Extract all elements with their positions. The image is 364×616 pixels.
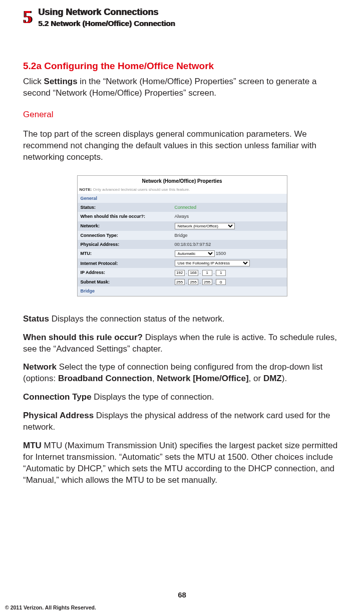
- properties-note: NOTE: Only advanced technical users shou…: [78, 186, 287, 194]
- def-status: Status Displays the connection status of…: [23, 314, 341, 325]
- ipaddr-value-cell: . . .: [172, 268, 287, 277]
- chapter-title: Using Network Connections: [38, 6, 175, 18]
- properties-panel: Network (Home/Office) Properties NOTE: O…: [77, 175, 287, 296]
- def-status-desc: Displays the connection status of the ne…: [49, 314, 225, 324]
- properties-title: Network (Home/Office) Properties: [78, 176, 287, 187]
- row-status: Status: Connected: [78, 203, 287, 212]
- def-network-term: Network: [23, 362, 57, 372]
- ip-octet-4[interactable]: [216, 270, 226, 276]
- phys-value: 00:18:01:b7:97:52: [172, 240, 287, 249]
- general-text: The top part of the screen displays gene…: [23, 129, 341, 163]
- conn-value: Bridge: [172, 231, 287, 240]
- properties-figure: Network (Home/Office) Properties NOTE: O…: [23, 175, 341, 296]
- section-bridge-label: Bridge: [78, 286, 287, 295]
- def-mtu-desc: MTU (Maximum Transmission Unit) specifie…: [23, 441, 337, 485]
- def-network-d3: , or: [249, 374, 263, 383]
- conn-label: Connection Type:: [78, 231, 172, 240]
- note-text: Only advanced technical users should use…: [92, 187, 190, 192]
- def-mtu: MTU MTU (Maximum Transmission Unit) spec…: [23, 440, 341, 486]
- row-rule: When should this rule occur?: Always: [78, 212, 287, 221]
- def-network-d4: ).: [282, 374, 287, 383]
- row-iproto: Internet Protocol: Use the Following IP …: [78, 258, 287, 268]
- phys-label: Physical Address:: [78, 240, 172, 249]
- iproto-label: Internet Protocol:: [78, 258, 172, 268]
- section-bridge: Bridge: [78, 286, 287, 295]
- chapter-number: 5: [23, 5, 31, 30]
- status-label: Status:: [78, 203, 172, 212]
- mtu-label: MTU:: [78, 249, 172, 258]
- ip-octet-2[interactable]: [188, 270, 198, 276]
- sm-octet-4[interactable]: [216, 279, 226, 285]
- ip-octet-1[interactable]: [175, 270, 185, 276]
- def-mtu-term: MTU: [23, 441, 42, 450]
- def-status-term: Status: [23, 314, 49, 324]
- row-conn: Connection Type: Bridge: [78, 231, 287, 240]
- def-rule: When should this rule occur? Displays wh…: [23, 332, 341, 355]
- mtu-number: 1500: [216, 251, 226, 256]
- def-phys: Physical Address Displays the physical a…: [23, 410, 341, 433]
- status-value: Connected: [172, 203, 287, 212]
- row-subnet: Subnet Mask: . . .: [78, 277, 287, 287]
- ipaddr-label: IP Address:: [78, 268, 172, 277]
- def-conn-term: Connection Type: [23, 392, 92, 402]
- def-conn-desc: Displays the type of connection.: [92, 392, 214, 402]
- iproto-select[interactable]: Use the Following IP Address: [175, 260, 250, 266]
- chapter-header: 5 Using Network Connections 5.2 Network …: [23, 5, 341, 30]
- subnet-label: Subnet Mask:: [78, 277, 172, 287]
- iproto-value-cell: Use the Following IP Address: [172, 258, 287, 268]
- row-network: Network: Network (Home/Office): [78, 221, 287, 231]
- def-rule-term: When should this rule occur?: [23, 333, 143, 342]
- network-select[interactable]: Network (Home/Office): [175, 223, 235, 229]
- general-heading: General: [23, 109, 341, 121]
- row-mtu: MTU: Automatic 1500: [78, 249, 287, 258]
- def-network-b1: Broadband Connection: [58, 374, 152, 383]
- chapter-titles: Using Network Connections 5.2 Network (H…: [38, 5, 175, 29]
- intro-bold: Settings: [44, 77, 78, 86]
- rule-label: When should this rule occur?:: [78, 212, 172, 221]
- mtu-value-cell: Automatic 1500: [172, 249, 287, 258]
- note-label: NOTE:: [80, 187, 92, 192]
- row-phys: Physical Address: 00:18:01:b7:97:52: [78, 240, 287, 249]
- section-general: General: [78, 194, 287, 203]
- section-heading: 5.2a Configuring the Home/Office Network: [23, 60, 341, 73]
- intro-pre: Click: [23, 77, 44, 86]
- rule-value: Always: [172, 212, 287, 221]
- chapter-subtitle: 5.2 Network (Home/Office) Connection: [38, 19, 175, 29]
- def-network-b3: DMZ: [263, 374, 282, 383]
- properties-table: General Status: Connected When should th…: [78, 194, 287, 295]
- sm-octet-3[interactable]: [202, 279, 212, 285]
- def-network-d2: ,: [152, 374, 157, 383]
- section-intro: Click Settings in the “Network (Home/Off…: [23, 76, 341, 99]
- subnet-value-cell: . . .: [172, 277, 287, 287]
- ip-octet-3[interactable]: [202, 270, 212, 276]
- network-label: Network:: [78, 221, 172, 231]
- def-network-b2: Network [Home/Office]: [157, 374, 248, 383]
- page-number: 68: [0, 590, 364, 600]
- def-conn: Connection Type Displays the type of con…: [23, 392, 341, 403]
- row-ipaddr: IP Address: . . .: [78, 268, 287, 277]
- mtu-select[interactable]: Automatic: [175, 250, 215, 257]
- copyright: © 2011 Verizon. All Rights Reserved.: [5, 604, 96, 611]
- sm-octet-2[interactable]: [188, 279, 198, 285]
- def-network: Network Select the type of connection be…: [23, 362, 341, 385]
- network-value-cell: Network (Home/Office): [172, 221, 287, 231]
- def-phys-term: Physical Address: [23, 411, 94, 420]
- section-general-label: General: [78, 194, 287, 203]
- sm-octet-1[interactable]: [175, 279, 185, 285]
